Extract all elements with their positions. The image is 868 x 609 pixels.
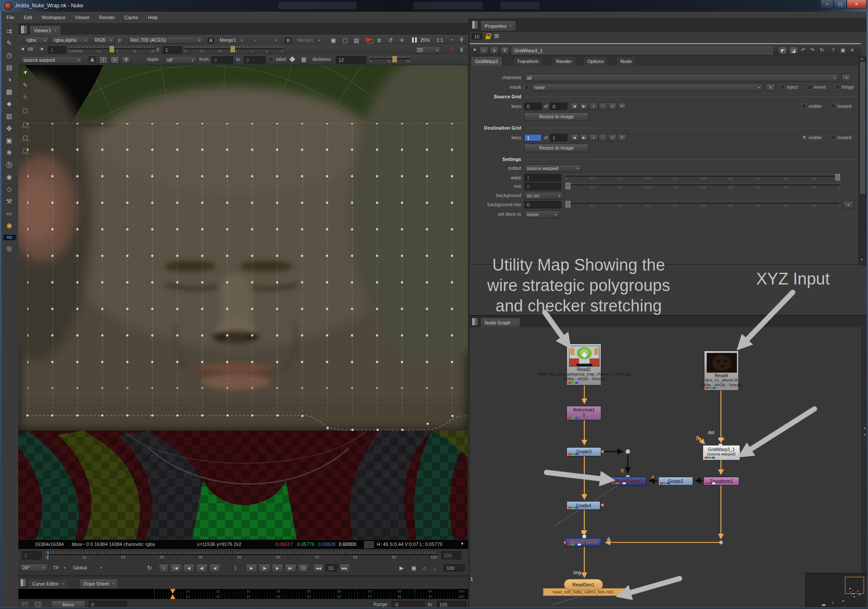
toolbar-revision-icon[interactable]: RE (3, 235, 16, 240)
help-icon[interactable]: ? (832, 47, 834, 53)
panel-splitter-highlight[interactable] (469, 43, 861, 44)
frame-range-dropdown[interactable]: Global▼ (70, 564, 105, 572)
mix-field[interactable]: 0 (524, 183, 561, 190)
panel-grip-icon[interactable] (472, 318, 478, 326)
bgmix-curve-button[interactable]: ≈ (843, 201, 854, 209)
b-buffer-label[interactable]: B (285, 37, 292, 44)
bgmix-field[interactable]: 0 (524, 201, 561, 208)
scrollbar-thumb[interactable] (860, 62, 865, 194)
tab-node-graph[interactable]: Node Graph× (480, 318, 520, 327)
warp-slider-handle[interactable] (835, 174, 840, 181)
timeline-ruler[interactable]: 1102030405060708090100 (46, 551, 437, 560)
properties-clear-icon[interactable]: ⊠ (494, 33, 499, 39)
menu-file[interactable]: File (7, 15, 14, 20)
toolbar-views-icon[interactable]: ◉ (4, 173, 14, 181)
fps-dropdown[interactable]: 24*▼ (20, 564, 48, 572)
scrollbar-up-icon[interactable]: ▲ (860, 57, 863, 60)
close-panel-icon[interactable]: ✕ (850, 47, 854, 53)
toolbar-draw-icon[interactable]: ✎ (4, 39, 14, 47)
gain-field[interactable]: 1 (48, 46, 66, 54)
warp-grid3-icon[interactable]: ▢ (20, 147, 30, 154)
node-wrench-button[interactable]: Y (500, 47, 509, 54)
dopesheet-track[interactable]: 102030405060708090100 102030405060708090… (18, 589, 468, 599)
a-buffer-label[interactable]: A (208, 37, 214, 44)
collapse-arrow-icon[interactable]: ▼ (473, 47, 477, 52)
menu-help[interactable]: Help (148, 15, 158, 20)
gain-prev-icon[interactable]: ◀ (21, 47, 24, 51)
settings-gear-icon[interactable]: ✳ (399, 37, 404, 44)
tab-transform[interactable]: Transform (513, 56, 543, 66)
node-readgeo1[interactable]: ReadGeo1 (564, 579, 603, 590)
bgmix-slider-handle[interactable] (566, 201, 570, 207)
goto-start-button[interactable]: |◀ (170, 564, 181, 572)
tab-node[interactable]: Node (616, 56, 636, 66)
dst-locked-checkbox[interactable] (831, 135, 836, 140)
tab-properties[interactable]: Properties× (480, 20, 516, 31)
dst-keys-field[interactable]: 1 (524, 134, 542, 141)
tab-viewer1[interactable]: Viewer1× (30, 25, 61, 35)
channels-all-dropdown[interactable]: all▼ (524, 74, 839, 82)
ripple-dropdown[interactable]: off▼ (164, 56, 197, 64)
toolbar-color-icon[interactable]: ◑ (4, 76, 14, 83)
tab-close-icon[interactable]: × (509, 24, 512, 28)
tab-close-icon[interactable]: × (54, 28, 57, 33)
view-mode-dropdown[interactable]: 2D▼ (414, 46, 441, 54)
divisions-field[interactable]: 12 (336, 56, 366, 64)
minimap-view-rect[interactable] (845, 577, 864, 594)
mask-eq-button[interactable]: = (766, 84, 775, 91)
menu-render[interactable]: Render (99, 15, 115, 20)
toolbar-transform-icon[interactable]: ✥ (4, 124, 14, 133)
src-key-copy-button[interactable]: C (608, 103, 617, 110)
bgmix-slider[interactable]: 00.10.20.30.40.50.60.70.80.91 (566, 201, 841, 208)
warp-grid1-icon[interactable]: ▢ (20, 121, 30, 128)
status-dropdown-icon[interactable]: ▼ (460, 542, 464, 546)
autokey-button[interactable]: A (88, 56, 96, 64)
warp-addpoint-icon[interactable]: ✎ (20, 82, 30, 88)
gamma-slider[interactable]: 00.10.51234 (184, 46, 283, 53)
source-grid-button[interactable]: S (99, 56, 108, 64)
center-node-button[interactable]: ✛ (490, 47, 499, 54)
undo-icon[interactable]: ↶ (801, 47, 805, 53)
tab-gridwarp3[interactable]: GridWarp3 (471, 56, 503, 66)
timeline-playhead[interactable] (47, 551, 48, 559)
tab-render[interactable]: Render (552, 56, 576, 66)
dst-keys-total-field[interactable]: 1 (550, 134, 567, 141)
ratio-dropdown-icon[interactable]: ▼ (451, 38, 454, 41)
out-point-button[interactable]: O (298, 564, 308, 572)
mask-overlay-icon[interactable]: ▢ (342, 37, 348, 44)
step-forward-button[interactable]: |▶ (259, 564, 270, 572)
divisions-slider-handle[interactable] (392, 56, 397, 62)
src-key-last-button[interactable]: ▶ (580, 103, 588, 110)
gain-slider[interactable]: 0.0156250.111064 (69, 46, 155, 53)
timeline-start-field[interactable]: 1 (22, 551, 42, 559)
gridwarp-overlay[interactable] (18, 65, 468, 539)
properties-scrollbar[interactable]: ▲ ▼ (859, 56, 866, 265)
render-icon[interactable]: ▣ (411, 565, 416, 571)
src-key-paste-button[interactable]: P (618, 103, 627, 110)
aperture-label[interactable]: f/8 (28, 47, 33, 52)
toolbar-filter-icon[interactable]: ▦ (4, 88, 14, 96)
dopesheet-playhead[interactable] (170, 589, 175, 594)
panel-grip-icon[interactable] (20, 25, 27, 34)
warp-field[interactable]: 1 (524, 174, 561, 181)
properties-lock-icon[interactable] (486, 33, 491, 39)
zebra-icon[interactable]: ▨ (354, 37, 359, 44)
mask-dropdown[interactable]: none▼ (532, 84, 763, 91)
tf-dropdown[interactable]: TF▼ (50, 564, 69, 572)
mix-slider[interactable]: 00.10.20.30.40.50.60.70.80.91 (566, 183, 841, 190)
toolbar-toolsets-icon[interactable]: ⚒ (4, 197, 14, 205)
panel-grip-icon[interactable] (472, 20, 478, 29)
panel-grip-icon[interactable] (20, 579, 27, 587)
jump-forward-button[interactable]: ▶▶ (339, 564, 350, 572)
warp-removepoint-icon[interactable]: ✎ (20, 94, 30, 100)
layer-dropdown[interactable]: rgba.alpha▼ (51, 36, 90, 44)
frame-format-icon[interactable]: ▣ (331, 37, 336, 44)
toolbar-metadata-icon[interactable]: ◇ (4, 185, 14, 193)
toolbar-image-icon[interactable]: ⇉ (4, 27, 14, 35)
dst-resize-button[interactable]: Resize to Image (524, 144, 589, 152)
scrollbar-down-icon[interactable]: ▼ (860, 258, 863, 261)
dst-key-copy-button[interactable]: C (608, 134, 617, 141)
row2-more-icon[interactable]: ≫ (459, 47, 465, 53)
gridwarp-output-dropdown[interactable]: source warped▼ (21, 56, 83, 64)
row1-more-icon[interactable]: ≫ (459, 37, 465, 43)
